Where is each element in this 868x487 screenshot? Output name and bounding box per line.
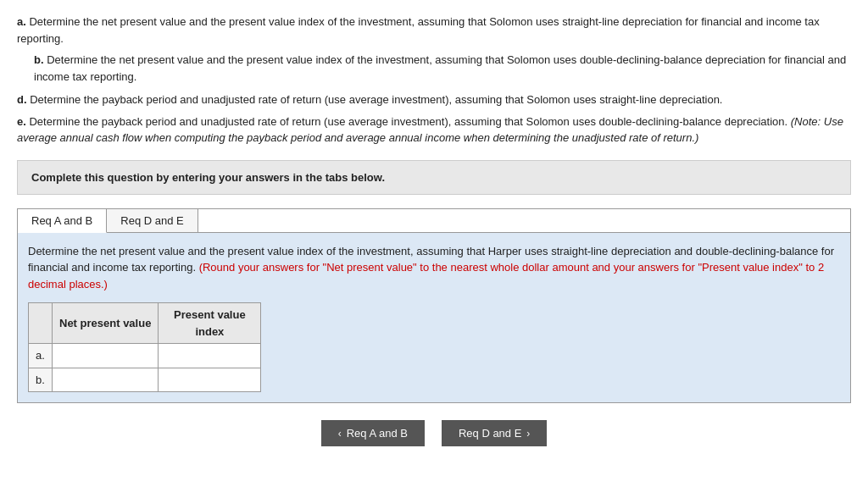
row-a-npv-input[interactable] — [54, 346, 156, 366]
table-row: b. — [29, 368, 261, 392]
row-a-pvi-input[interactable] — [159, 346, 260, 366]
back-button-label: Req A and B — [347, 427, 408, 440]
question-list: a. Determine the net present value and t… — [17, 14, 851, 147]
table-row: a. — [29, 344, 261, 368]
instruction-box: Complete this question by entering your … — [17, 160, 851, 195]
nav-buttons: ‹ Req A and B Req D and E › — [17, 420, 851, 463]
forward-button-label: Req D and E — [459, 427, 521, 440]
question-e-label: e. — [17, 115, 26, 128]
row-b-pvi-input[interactable] — [159, 369, 260, 390]
tab-content-req-ab: Determine the net present value and the … — [18, 233, 850, 403]
question-a-label: a. — [17, 15, 26, 28]
row-b-pvi-cell[interactable] — [159, 368, 261, 392]
row-b-npv-cell[interactable] — [53, 368, 159, 392]
question-a: a. Determine the net present value and t… — [17, 14, 851, 47]
row-b-npv-input[interactable] — [54, 369, 156, 390]
answer-table: Net present value Present value index a. — [28, 302, 261, 392]
tab-req-ab[interactable]: Req A and B — [18, 209, 107, 233]
row-a-label: a. — [29, 344, 53, 368]
question-e: e. Determine the payback period and unad… — [17, 113, 851, 147]
table-header-blank — [29, 303, 53, 344]
question-d: d. Determine the payback period and unad… — [17, 91, 851, 108]
tab-req-de[interactable]: Req D and E — [107, 209, 198, 232]
forward-button[interactable]: Req D and E › — [442, 420, 547, 446]
table-header-npv: Net present value — [53, 303, 159, 344]
back-button[interactable]: ‹ Req A and B — [321, 420, 425, 446]
row-b-label: b. — [29, 368, 53, 392]
back-chevron-icon: ‹ — [338, 428, 342, 440]
row-a-pvi-cell[interactable] — [159, 344, 261, 368]
question-b: b. Determine the net present value and t… — [17, 52, 851, 85]
table-header-pvi: Present value index — [159, 303, 261, 344]
instruction-text: Complete this question by entering your … — [31, 171, 385, 184]
row-a-npv-cell[interactable] — [53, 344, 159, 368]
question-d-text: Determine the payback period and unadjus… — [30, 93, 722, 106]
forward-chevron-icon: › — [526, 428, 530, 440]
question-a-text: Determine the net present value and the … — [17, 15, 820, 45]
page-container: a. Determine the net present value and t… — [0, 0, 868, 477]
tabs-container: Req A and B Req D and E Determine the ne… — [17, 208, 851, 404]
question-e-text: Determine the payback period and unadjus… — [29, 115, 787, 128]
question-d-label: d. — [17, 93, 27, 106]
question-b-label: b. — [34, 53, 44, 66]
question-b-text: Determine the net present value and the … — [34, 53, 846, 83]
tabs-header: Req A and B Req D and E — [18, 209, 850, 233]
